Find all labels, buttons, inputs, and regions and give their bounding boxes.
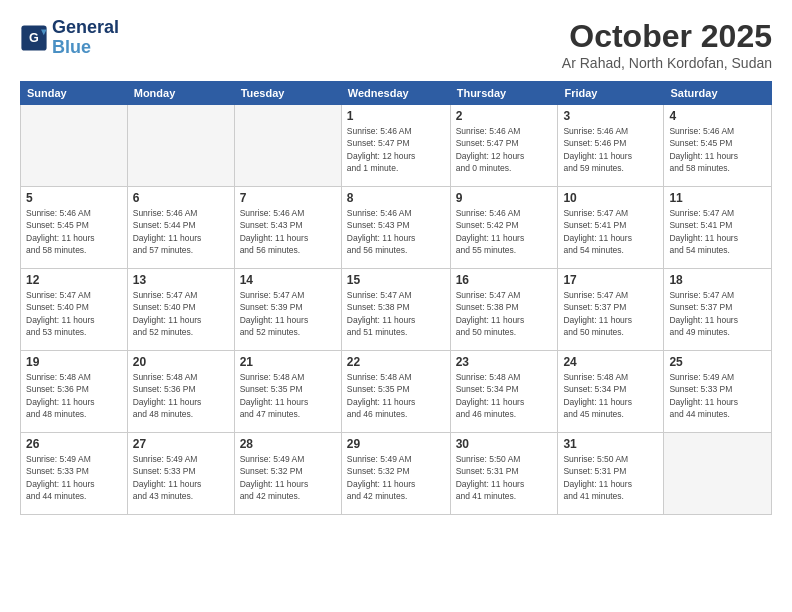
day-number: 26 — [26, 437, 122, 451]
logo-line2: Blue — [52, 37, 91, 57]
calendar-cell: 4Sunrise: 5:46 AMSunset: 5:45 PMDaylight… — [664, 105, 772, 187]
calendar-cell: 7Sunrise: 5:46 AMSunset: 5:43 PMDaylight… — [234, 187, 341, 269]
day-number: 14 — [240, 273, 336, 287]
day-info: Sunrise: 5:49 AMSunset: 5:32 PMDaylight:… — [240, 453, 336, 502]
day-info: Sunrise: 5:46 AMSunset: 5:43 PMDaylight:… — [240, 207, 336, 256]
month-title: October 2025 — [562, 18, 772, 55]
calendar-cell: 2Sunrise: 5:46 AMSunset: 5:47 PMDaylight… — [450, 105, 558, 187]
day-number: 29 — [347, 437, 445, 451]
day-info: Sunrise: 5:48 AMSunset: 5:34 PMDaylight:… — [456, 371, 553, 420]
day-info: Sunrise: 5:46 AMSunset: 5:45 PMDaylight:… — [26, 207, 122, 256]
day-info: Sunrise: 5:48 AMSunset: 5:36 PMDaylight:… — [26, 371, 122, 420]
calendar-week-row: 26Sunrise: 5:49 AMSunset: 5:33 PMDayligh… — [21, 433, 772, 515]
day-info: Sunrise: 5:50 AMSunset: 5:31 PMDaylight:… — [563, 453, 658, 502]
weekday-header: Thursday — [450, 82, 558, 105]
day-info: Sunrise: 5:48 AMSunset: 5:34 PMDaylight:… — [563, 371, 658, 420]
day-number: 17 — [563, 273, 658, 287]
calendar-cell: 10Sunrise: 5:47 AMSunset: 5:41 PMDayligh… — [558, 187, 664, 269]
calendar-cell: 16Sunrise: 5:47 AMSunset: 5:38 PMDayligh… — [450, 269, 558, 351]
calendar-cell: 1Sunrise: 5:46 AMSunset: 5:47 PMDaylight… — [341, 105, 450, 187]
day-number: 21 — [240, 355, 336, 369]
day-info: Sunrise: 5:46 AMSunset: 5:46 PMDaylight:… — [563, 125, 658, 174]
svg-text:G: G — [29, 31, 39, 45]
day-number: 30 — [456, 437, 553, 451]
day-number: 5 — [26, 191, 122, 205]
weekday-header: Sunday — [21, 82, 128, 105]
weekday-header: Saturday — [664, 82, 772, 105]
day-number: 28 — [240, 437, 336, 451]
calendar-cell — [21, 105, 128, 187]
day-info: Sunrise: 5:49 AMSunset: 5:33 PMDaylight:… — [26, 453, 122, 502]
day-number: 22 — [347, 355, 445, 369]
day-number: 9 — [456, 191, 553, 205]
calendar-cell: 12Sunrise: 5:47 AMSunset: 5:40 PMDayligh… — [21, 269, 128, 351]
day-info: Sunrise: 5:47 AMSunset: 5:38 PMDaylight:… — [456, 289, 553, 338]
calendar-cell: 13Sunrise: 5:47 AMSunset: 5:40 PMDayligh… — [127, 269, 234, 351]
calendar-cell: 29Sunrise: 5:49 AMSunset: 5:32 PMDayligh… — [341, 433, 450, 515]
day-number: 11 — [669, 191, 766, 205]
calendar-week-row: 1Sunrise: 5:46 AMSunset: 5:47 PMDaylight… — [21, 105, 772, 187]
day-info: Sunrise: 5:46 AMSunset: 5:43 PMDaylight:… — [347, 207, 445, 256]
day-info: Sunrise: 5:49 AMSunset: 5:33 PMDaylight:… — [133, 453, 229, 502]
day-info: Sunrise: 5:47 AMSunset: 5:37 PMDaylight:… — [563, 289, 658, 338]
day-info: Sunrise: 5:48 AMSunset: 5:35 PMDaylight:… — [347, 371, 445, 420]
day-number: 12 — [26, 273, 122, 287]
day-number: 19 — [26, 355, 122, 369]
weekday-header: Friday — [558, 82, 664, 105]
day-info: Sunrise: 5:46 AMSunset: 5:42 PMDaylight:… — [456, 207, 553, 256]
day-info: Sunrise: 5:49 AMSunset: 5:32 PMDaylight:… — [347, 453, 445, 502]
calendar-cell: 14Sunrise: 5:47 AMSunset: 5:39 PMDayligh… — [234, 269, 341, 351]
day-number: 24 — [563, 355, 658, 369]
logo-line1: General — [52, 18, 119, 38]
calendar-cell: 18Sunrise: 5:47 AMSunset: 5:37 PMDayligh… — [664, 269, 772, 351]
day-info: Sunrise: 5:48 AMSunset: 5:35 PMDaylight:… — [240, 371, 336, 420]
day-number: 3 — [563, 109, 658, 123]
weekday-header: Monday — [127, 82, 234, 105]
location: Ar Rahad, North Kordofan, Sudan — [562, 55, 772, 71]
calendar-cell: 17Sunrise: 5:47 AMSunset: 5:37 PMDayligh… — [558, 269, 664, 351]
calendar-cell: 26Sunrise: 5:49 AMSunset: 5:33 PMDayligh… — [21, 433, 128, 515]
day-info: Sunrise: 5:46 AMSunset: 5:47 PMDaylight:… — [456, 125, 553, 174]
header: G General Blue October 2025 Ar Rahad, No… — [20, 18, 772, 71]
day-number: 1 — [347, 109, 445, 123]
calendar-cell — [234, 105, 341, 187]
calendar-cell: 3Sunrise: 5:46 AMSunset: 5:46 PMDaylight… — [558, 105, 664, 187]
calendar-cell: 21Sunrise: 5:48 AMSunset: 5:35 PMDayligh… — [234, 351, 341, 433]
calendar-cell: 27Sunrise: 5:49 AMSunset: 5:33 PMDayligh… — [127, 433, 234, 515]
day-number: 25 — [669, 355, 766, 369]
calendar-cell: 19Sunrise: 5:48 AMSunset: 5:36 PMDayligh… — [21, 351, 128, 433]
calendar-cell: 25Sunrise: 5:49 AMSunset: 5:33 PMDayligh… — [664, 351, 772, 433]
title-block: October 2025 Ar Rahad, North Kordofan, S… — [562, 18, 772, 71]
day-number: 16 — [456, 273, 553, 287]
calendar-cell: 22Sunrise: 5:48 AMSunset: 5:35 PMDayligh… — [341, 351, 450, 433]
day-number: 7 — [240, 191, 336, 205]
calendar-cell: 30Sunrise: 5:50 AMSunset: 5:31 PMDayligh… — [450, 433, 558, 515]
weekday-header: Tuesday — [234, 82, 341, 105]
page: G General Blue October 2025 Ar Rahad, No… — [0, 0, 792, 525]
calendar-cell: 24Sunrise: 5:48 AMSunset: 5:34 PMDayligh… — [558, 351, 664, 433]
day-info: Sunrise: 5:49 AMSunset: 5:33 PMDaylight:… — [669, 371, 766, 420]
day-number: 2 — [456, 109, 553, 123]
day-number: 6 — [133, 191, 229, 205]
calendar-week-row: 19Sunrise: 5:48 AMSunset: 5:36 PMDayligh… — [21, 351, 772, 433]
day-info: Sunrise: 5:47 AMSunset: 5:41 PMDaylight:… — [669, 207, 766, 256]
day-info: Sunrise: 5:46 AMSunset: 5:47 PMDaylight:… — [347, 125, 445, 174]
calendar-cell — [127, 105, 234, 187]
calendar-cell: 6Sunrise: 5:46 AMSunset: 5:44 PMDaylight… — [127, 187, 234, 269]
day-number: 13 — [133, 273, 229, 287]
calendar-week-row: 12Sunrise: 5:47 AMSunset: 5:40 PMDayligh… — [21, 269, 772, 351]
day-number: 4 — [669, 109, 766, 123]
calendar-cell — [664, 433, 772, 515]
day-number: 31 — [563, 437, 658, 451]
day-number: 23 — [456, 355, 553, 369]
logo-icon: G — [20, 24, 48, 52]
calendar-cell: 20Sunrise: 5:48 AMSunset: 5:36 PMDayligh… — [127, 351, 234, 433]
day-number: 8 — [347, 191, 445, 205]
day-info: Sunrise: 5:47 AMSunset: 5:37 PMDaylight:… — [669, 289, 766, 338]
calendar-cell: 8Sunrise: 5:46 AMSunset: 5:43 PMDaylight… — [341, 187, 450, 269]
day-info: Sunrise: 5:46 AMSunset: 5:45 PMDaylight:… — [669, 125, 766, 174]
day-number: 15 — [347, 273, 445, 287]
day-info: Sunrise: 5:47 AMSunset: 5:40 PMDaylight:… — [26, 289, 122, 338]
weekday-header: Wednesday — [341, 82, 450, 105]
day-number: 20 — [133, 355, 229, 369]
